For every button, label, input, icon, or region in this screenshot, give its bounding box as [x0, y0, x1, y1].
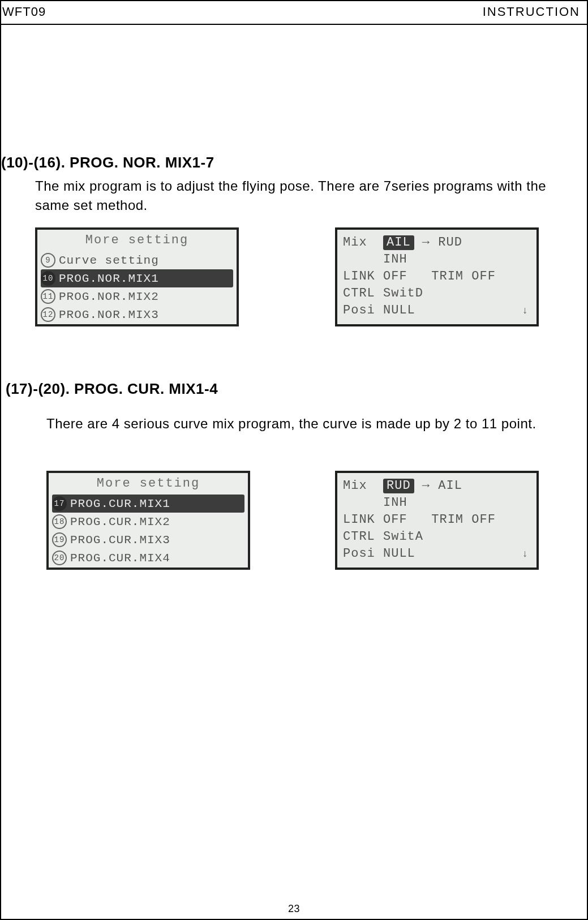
cur-menu-label: PROG.CUR.MIX3: [70, 533, 170, 547]
cur-menu-row: 19PROG.CUR.MIX3: [52, 531, 244, 549]
nor-menu-row: 12PROG.NOR.MIX3: [41, 306, 233, 324]
mix-cur-line4: CTRL SwitA: [343, 528, 531, 545]
section2-body: There are 4 serious curve mix program, t…: [46, 414, 581, 433]
mix-nor-l1-pre: Mix: [343, 235, 383, 250]
cur-menu-label: PROG.CUR.MIX1: [70, 497, 170, 511]
menu-index-icon: 12: [41, 307, 55, 322]
section1-body: The mix program is to adjust the flying …: [35, 177, 564, 214]
menu-index-icon: 19: [52, 532, 67, 547]
mix-nor-line5: Posi NULL: [343, 302, 531, 319]
mix-cur-l1-post: → AIL: [414, 479, 462, 493]
header-right: INSTRUCTION: [483, 5, 580, 19]
mix-nor-pill: AIL: [383, 235, 414, 250]
mix-nor-line4: CTRL SwitD: [343, 285, 531, 302]
lcd-nor-title: More setting: [41, 233, 233, 248]
nor-menu-label: Curve setting: [59, 253, 159, 268]
cur-menu-row: 20PROG.CUR.MIX4: [52, 549, 244, 567]
menu-index-icon: 9: [41, 253, 55, 268]
menu-index-icon: 17: [52, 496, 67, 511]
mix-nor-l1-post: → RUD: [414, 235, 462, 250]
header-rule: [1, 24, 587, 25]
nor-menu-label: PROG.NOR.MIX1: [59, 272, 159, 286]
cur-menu-label: PROG.CUR.MIX2: [70, 515, 170, 529]
section2-title: (17)-(20). PROG. CUR. MIX1-4: [6, 380, 218, 398]
lcd-mix-cur: Mix RUD → AIL INH LINK OFF TRIM OFF CTRL…: [335, 471, 539, 570]
cur-menu-row: 17PROG.CUR.MIX1: [52, 495, 244, 513]
arrow-down-icon: ↓: [522, 548, 529, 561]
arrow-down-icon: ↓: [522, 305, 529, 317]
menu-index-icon: 18: [52, 514, 67, 529]
mix-nor-line1: Mix AIL → RUD: [343, 234, 531, 251]
lcd-more-setting-cur: More setting 17PROG.CUR.MIX118PROG.CUR.M…: [46, 471, 250, 570]
lcd-cur-title: More setting: [52, 476, 244, 491]
nor-menu-row: 10PROG.NOR.MIX1: [41, 269, 233, 287]
mix-cur-l1-pre: Mix: [343, 479, 383, 493]
mix-cur-line2: INH: [343, 495, 531, 511]
lcd-more-setting-nor: More setting 9Curve setting10PROG.NOR.MI…: [35, 227, 239, 326]
page-number: 23: [1, 903, 587, 915]
cur-menu-label: PROG.CUR.MIX4: [70, 551, 170, 565]
nor-menu-row: 11PROG.NOR.MIX2: [41, 287, 233, 306]
menu-index-icon: 11: [41, 289, 55, 304]
page: WFT09 INSTRUCTION (10)-(16). PROG. NOR. …: [0, 0, 588, 920]
mix-cur-line5: Posi NULL: [343, 545, 531, 562]
nor-menu-label: PROG.NOR.MIX3: [59, 308, 159, 322]
cur-menu-row: 18PROG.CUR.MIX2: [52, 513, 244, 531]
mix-cur-line1: Mix RUD → AIL: [343, 478, 531, 495]
mix-cur-line3: LINK OFF TRIM OFF: [343, 511, 531, 528]
section1-title: (10)-(16). PROG. NOR. MIX1-7: [1, 154, 214, 171]
nor-menu-row: 9Curve setting: [41, 251, 233, 269]
mix-cur-pill: RUD: [383, 479, 414, 493]
mix-nor-line2: INH: [343, 251, 531, 268]
header-left: WFT09: [2, 5, 46, 19]
menu-index-icon: 10: [41, 271, 55, 286]
mix-nor-line3: LINK OFF TRIM OFF: [343, 268, 531, 285]
lcd-mix-nor: Mix AIL → RUD INH LINK OFF TRIM OFF CTRL…: [335, 227, 539, 326]
menu-index-icon: 20: [52, 551, 67, 565]
nor-menu-label: PROG.NOR.MIX2: [59, 290, 159, 304]
